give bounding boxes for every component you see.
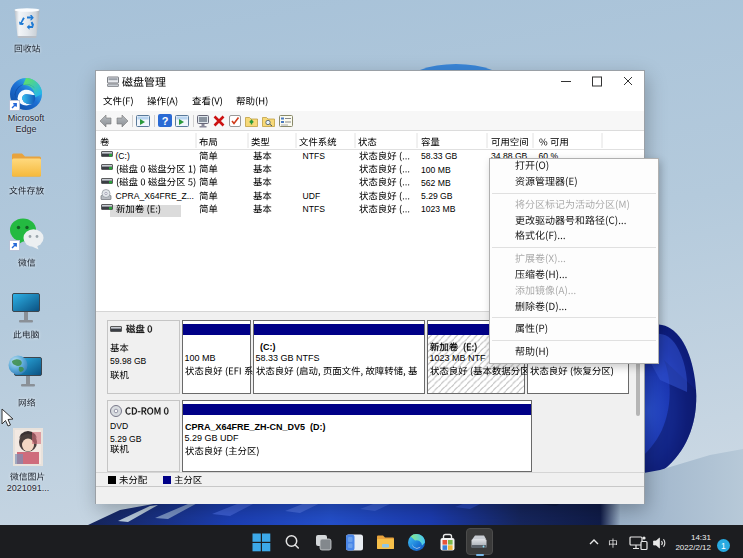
svg-text:?: ? [162, 115, 169, 127]
